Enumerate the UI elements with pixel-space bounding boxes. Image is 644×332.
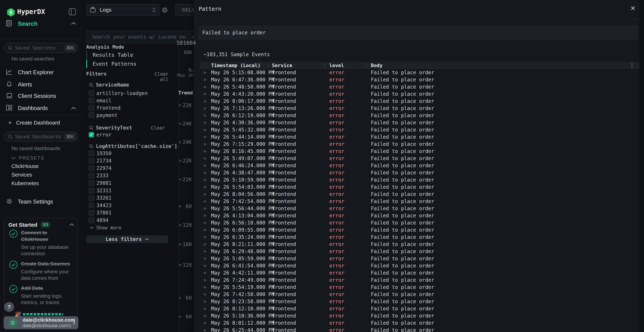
sidebar-item-team-settings[interactable]: Team Settings <box>18 198 53 205</box>
row-expand-chevron-icon[interactable]: > <box>204 234 206 241</box>
row-expand-chevron-icon[interactable]: > <box>204 226 206 234</box>
row-expand-chevron-icon[interactable]: > <box>204 270 206 276</box>
row-expand-chevron-icon[interactable]: > <box>204 320 206 327</box>
row-expand-chevron-icon[interactable]: > <box>204 305 206 312</box>
row-expand-chevron-icon[interactable]: > <box>204 90 206 98</box>
row-expand-chevron-icon[interactable]: > <box>204 262 206 270</box>
collapse-sidebar-button[interactable] <box>69 8 76 16</box>
row-expand-chevron-icon[interactable]: > <box>204 312 206 320</box>
checkbox[interactable] <box>89 210 94 216</box>
mode-results-table[interactable]: Results Table <box>86 51 133 59</box>
row-expand-chevron-icon[interactable]: > <box>204 298 206 305</box>
column-resize-handle[interactable] <box>268 63 268 68</box>
row-expand-chevron-icon[interactable]: > <box>204 205 206 212</box>
event-row[interactable]: >May 26 7:42:54.000 PMfrontenderrorFaile… <box>200 198 640 205</box>
filter-option-19350[interactable]: 19350 <box>89 150 112 156</box>
row-expand-chevron-icon[interactable]: > <box>204 140 206 148</box>
filter-option-37801[interactable]: 37801 <box>89 210 112 216</box>
source-settings-gear-icon[interactable] <box>161 6 168 14</box>
table-options-kebab-icon[interactable]: ⋮ <box>629 62 635 69</box>
pattern-trend-row[interactable]: >22K <box>179 102 193 109</box>
filter-group-servicename[interactable]: ServiceName <box>89 82 129 88</box>
checkbox[interactable] <box>89 218 94 223</box>
event-row[interactable]: >May 26 6:29:48.000 PMfrontenderrorFaile… <box>200 248 640 255</box>
sidebar-item-preset-services[interactable]: Services <box>12 172 32 178</box>
mode-event-patterns[interactable]: Event Patterns <box>86 60 136 68</box>
event-row[interactable]: >May 26 4:30:36.000 PMfrontenderrorFaile… <box>200 119 640 126</box>
row-expand-chevron-icon[interactable]: > <box>204 148 206 155</box>
pattern-trend-row[interactable]: >180 <box>179 241 193 248</box>
pattern-trend-row[interactable]: >120 <box>179 222 193 228</box>
search-section-collapse-icon[interactable] <box>71 22 76 25</box>
row-expand-chevron-icon[interactable]: > <box>204 327 206 332</box>
row-expand-chevron-icon[interactable]: > <box>204 176 206 184</box>
checkbox[interactable] <box>89 173 94 178</box>
event-row[interactable]: >May 26 6:47:36.000 PMfrontenderrorFaile… <box>200 76 640 83</box>
col-service[interactable]: Service <box>272 62 292 69</box>
event-row[interactable]: >May 26 7:42:50.000 PMfrontenderrorFaile… <box>200 291 640 298</box>
event-row[interactable]: >May 26 8:23:58.000 PMfrontenderrorFaile… <box>200 298 640 305</box>
event-row[interactable]: >May 26 6:35:24.000 PMfrontenderrorFaile… <box>200 234 640 241</box>
event-row[interactable]: >May 26 8:06:17.000 PMfrontenderrorFaile… <box>200 98 640 105</box>
event-row[interactable]: >May 26 5:54:19.000 PMfrontenderrorFaile… <box>200 284 640 291</box>
event-row[interactable]: >May 26 8:01:12.000 PMfrontenderrorFaile… <box>200 320 640 327</box>
row-expand-chevron-icon[interactable]: > <box>204 241 206 248</box>
event-row[interactable]: >May 26 5:10:59.000 PMfrontenderrorFaile… <box>200 176 640 184</box>
dashboards-collapse-icon[interactable] <box>71 106 76 110</box>
row-expand-chevron-icon[interactable]: > <box>204 105 206 112</box>
event-row[interactable]: >May 26 5:56:44.000 PMfrontenderrorFaile… <box>200 205 640 212</box>
row-expand-chevron-icon[interactable]: > <box>204 291 206 298</box>
row-expand-chevron-icon[interactable]: > <box>204 248 206 255</box>
event-row[interactable]: >May 26 5:10:36.000 PMfrontenderrorFaile… <box>200 312 640 320</box>
event-row[interactable]: >May 26 6:46:24.000 PMfrontenderrorFaile… <box>200 162 640 169</box>
event-row[interactable]: >May 26 4:42:11.000 PMfrontenderrorFaile… <box>200 270 640 276</box>
row-expand-chevron-icon[interactable]: > <box>204 98 206 105</box>
clear-severity-button[interactable]: Clear <box>150 125 165 130</box>
col-timestamp[interactable]: Timestamp (Local) <box>211 62 260 69</box>
user-menu[interactable]: D dale@clickhouse.com dale@clickhouse.co… <box>4 316 78 329</box>
get-started-item[interactable]: Connect to ClickHouseSet up your databas… <box>9 229 74 257</box>
pattern-trend-row[interactable]: >60 <box>179 313 193 320</box>
filter-option-33261[interactable]: 33261 <box>89 195 112 201</box>
pattern-trend-row[interactable]: >60 <box>179 203 193 210</box>
row-expand-chevron-icon[interactable]: > <box>204 255 206 262</box>
row-expand-chevron-icon[interactable]: > <box>204 112 206 119</box>
saved-dashboards-input[interactable]: Saved Dashboards ⌘K <box>4 132 78 142</box>
event-row[interactable]: >May 26 6:12:19.000 PMfrontenderrorFaile… <box>200 112 640 119</box>
checkbox[interactable] <box>89 195 94 201</box>
event-row[interactable]: >May 26 4:43:20.000 PMfrontenderrorFaile… <box>200 90 640 98</box>
event-row[interactable]: >May 26 7:24:49.000 PMfrontenderrorFaile… <box>200 276 640 284</box>
pattern-trend-row[interactable]: >22K <box>179 157 193 164</box>
checkbox[interactable] <box>89 166 94 171</box>
filter-option-21734[interactable]: 21734 <box>89 158 112 164</box>
row-expand-chevron-icon[interactable]: > <box>204 126 206 134</box>
filter-option-error[interactable]: ✓error <box>89 132 112 138</box>
row-expand-chevron-icon[interactable]: > <box>204 212 206 219</box>
event-row[interactable]: >May 26 5:45:32.000 PMfrontenderrorFaile… <box>200 126 640 134</box>
checkbox[interactable] <box>89 180 94 186</box>
pattern-trend-row[interactable]: >24K <box>179 120 193 127</box>
source-select[interactable]: Logs <box>86 4 160 16</box>
presets-section-label[interactable]: PRESETS <box>19 155 44 161</box>
filter-option-34423[interactable]: 34423 <box>89 202 112 208</box>
event-row[interactable]: >May 26 6:41:54.000 PMfrontenderrorFaile… <box>200 262 640 270</box>
row-expand-chevron-icon[interactable]: > <box>204 134 206 140</box>
col-level[interactable]: level <box>329 62 344 69</box>
close-icon[interactable]: ✕ <box>630 5 636 12</box>
create-dashboard-button[interactable]: Create Dashboard <box>16 120 60 126</box>
clear-all-filters-button[interactable]: Clear all <box>145 71 168 82</box>
row-expand-chevron-icon[interactable]: > <box>204 119 206 126</box>
row-expand-chevron-icon[interactable]: > <box>204 155 206 162</box>
checkbox-checked[interactable]: ✓ <box>89 132 94 138</box>
event-row[interactable]: >May 26 5:15:08.000 PMfrontenderrorFaile… <box>200 69 640 76</box>
get-started-item[interactable]: Create Data SourcesConfigure where your … <box>9 260 74 282</box>
row-expand-chevron-icon[interactable]: > <box>204 198 206 205</box>
event-row[interactable]: >May 26 6:56:10.000 PMfrontenderrorFaile… <box>200 219 640 226</box>
presets-chevron-down-icon[interactable] <box>11 157 16 160</box>
event-row[interactable]: >May 26 4:38:47.000 PMfrontenderrorFaile… <box>200 169 640 176</box>
pattern-trend-row[interactable]: >60 <box>179 294 193 302</box>
event-row[interactable]: >May 26 4:13:04.000 PMfrontenderrorFaile… <box>200 212 640 219</box>
event-row[interactable]: >May 26 5:54:03.000 PMfrontenderrorFaile… <box>200 184 640 191</box>
checkbox[interactable] <box>89 112 94 118</box>
filter-group-cache-size[interactable]: LogAttributes['cache.size'] <box>89 143 177 149</box>
